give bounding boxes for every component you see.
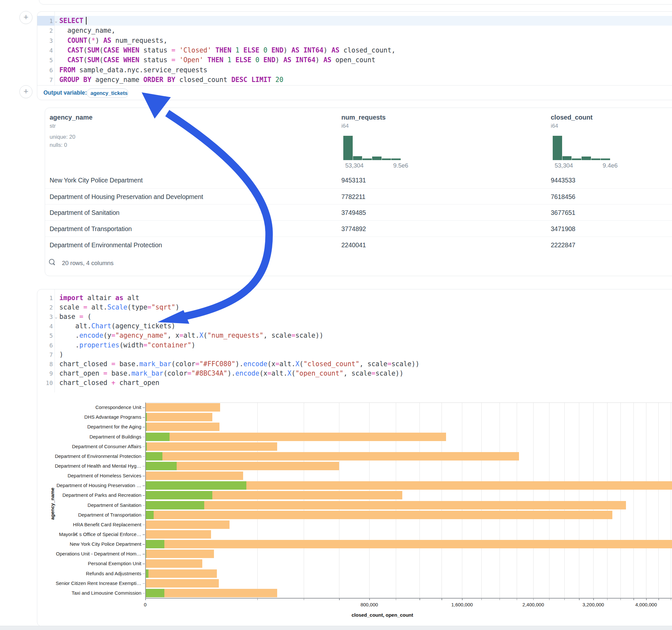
- output-variable-pill[interactable]: agency_tickets: [87, 89, 128, 98]
- code-token: [247, 76, 251, 83]
- table-row[interactable]: Department of Housing Preservation and D…: [45, 188, 672, 205]
- bar-open_count[interactable]: [146, 511, 154, 519]
- code-token: AS: [323, 56, 332, 64]
- table-row[interactable]: Department of Environmental Protection22…: [45, 237, 672, 253]
- code-line[interactable]: 4 CAST(SUM(CASE WHEN status = 'Closed' T…: [37, 45, 672, 55]
- fold-spacer: [55, 303, 59, 312]
- code-line[interactable]: 5 CAST(SUM(CASE WHEN status = 'Open' THE…: [37, 55, 672, 65]
- code-line[interactable]: 10 chart_closed + chart_open: [37, 378, 672, 388]
- add-block-button-middle[interactable]: +: [20, 85, 32, 98]
- code-token: SUM: [87, 56, 99, 64]
- y-axis-label: HRA Benefit Card Replacement: [73, 522, 141, 527]
- bar-closed_count[interactable]: [146, 579, 219, 587]
- bar-closed_count[interactable]: [146, 442, 278, 451]
- bar-open_count[interactable]: [146, 422, 147, 431]
- python-cell[interactable]: 1 import altair as alt2 scale = alt.Scal…: [37, 289, 672, 626]
- code-line[interactable]: 2 scale = alt.Scale(type="sqrt"): [37, 303, 672, 312]
- code-token: ELSE: [243, 46, 259, 54]
- code-line[interactable]: 5 .encode(y="agency_name", x=alt.X("num_…: [37, 331, 672, 340]
- code-token: ): [175, 303, 179, 311]
- bar-open_count[interactable]: [146, 413, 147, 421]
- code-token: CAST: [67, 56, 83, 64]
- table-cell: 3774892: [341, 225, 366, 232]
- bar-open_count[interactable]: [146, 540, 164, 548]
- code-token: (agency_tickets): [111, 322, 175, 330]
- code-line[interactable]: 6 FROM sample_data.nyc.service_requests: [37, 65, 672, 75]
- line-number: 7: [37, 75, 55, 85]
- table-row[interactable]: Department of Sanitation37494853677651: [45, 204, 672, 221]
- column-header[interactable]: closed_count: [551, 114, 593, 121]
- bar-closed_count[interactable]: [146, 559, 202, 568]
- code-token: "#8BC34A": [191, 369, 227, 377]
- code-token: (: [83, 46, 87, 54]
- code-token: "container": [147, 341, 192, 349]
- bar-closed_count[interactable]: [146, 413, 213, 421]
- bar-open_count[interactable]: [146, 481, 246, 490]
- y-axis-label: New York City Police Department: [70, 541, 141, 547]
- bar-closed_count[interactable]: [146, 511, 613, 519]
- bar-open_count[interactable]: [146, 550, 146, 558]
- code-token: END: [264, 56, 275, 64]
- column-type: i64: [341, 123, 349, 129]
- column-header[interactable]: agency_name: [50, 114, 92, 121]
- y-axis-label: Department of Environmental Protection: [55, 453, 141, 459]
- code-token: ): [275, 56, 284, 64]
- bar-closed_count[interactable]: [146, 530, 211, 539]
- bar-open_count[interactable]: [146, 462, 177, 470]
- code-token: *: [91, 37, 95, 44]
- bar-closed_count[interactable]: [146, 433, 446, 441]
- bar-open_count[interactable]: [146, 491, 213, 500]
- code-line[interactable]: 7 ): [37, 350, 672, 359]
- table-row[interactable]: Department of Transportation377489234719…: [45, 220, 672, 237]
- sql-cell[interactable]: 1⌄SELECT2 agency_name,3 COUNT(*) AS num_…: [37, 11, 672, 100]
- table-cell: New York City Police Department: [50, 176, 143, 184]
- column-type: i64: [551, 123, 558, 129]
- bar-closed_count[interactable]: [146, 501, 626, 509]
- code-token: [259, 46, 263, 54]
- sql-result-table[interactable]: 20 rows, 4 columns agency_namestrunique:…: [45, 107, 672, 276]
- code-line[interactable]: 1 import altair as alt: [37, 293, 672, 303]
- bar-open_count[interactable]: [146, 442, 147, 451]
- bar-open_count[interactable]: [146, 589, 164, 597]
- bar-closed_count[interactable]: [146, 589, 277, 597]
- code-line[interactable]: 6 .properties(width="container"): [37, 341, 672, 350]
- x-axis-label: 1,600,000: [451, 602, 473, 607]
- bar-closed_count[interactable]: [146, 540, 672, 548]
- bar-closed_count[interactable]: [146, 422, 220, 431]
- bar-open_count[interactable]: [146, 570, 148, 578]
- bar-closed_count[interactable]: [146, 403, 220, 412]
- search-icon[interactable]: [49, 259, 54, 264]
- fold-spacer: [55, 75, 59, 85]
- previous-cell-fragment: [39, 0, 672, 4]
- code-token: scale)): [295, 332, 323, 339]
- code-line[interactable]: 7 GROUP BY agency_name ORDER BY closed_c…: [37, 75, 672, 84]
- code-token: Scale: [107, 303, 127, 311]
- add-block-button-top[interactable]: +: [20, 11, 32, 24]
- table-row[interactable]: New York City Police Department945313194…: [45, 172, 672, 188]
- column-header[interactable]: num_requests: [341, 114, 386, 121]
- bar-closed_count[interactable]: [146, 550, 214, 558]
- bar-closed_count[interactable]: [146, 471, 243, 480]
- bar-open_count[interactable]: [146, 452, 163, 461]
- code-line[interactable]: 1⌄SELECT: [37, 16, 672, 26]
- bar-open_count[interactable]: [146, 501, 204, 509]
- code-line[interactable]: 8 chart_closed = base.mark_bar(color="#F…: [37, 359, 672, 369]
- code-token: [119, 56, 123, 64]
- y-axis-tick: [143, 437, 145, 437]
- bar-closed_count[interactable]: [146, 520, 230, 529]
- axis-line: [145, 598, 672, 599]
- code-token: [259, 56, 263, 64]
- code-line[interactable]: 2 agency_name,: [37, 26, 672, 35]
- bar-open_count[interactable]: [146, 433, 170, 441]
- code-line[interactable]: 3⌄base = (: [37, 312, 672, 321]
- code-token: ): [59, 350, 63, 358]
- fold-chevron-icon[interactable]: ⌄: [55, 312, 59, 321]
- code-token: alt.: [87, 303, 107, 311]
- fold-chevron-icon[interactable]: ⌄: [55, 16, 59, 26]
- bar-closed_count[interactable]: [146, 452, 519, 461]
- code-token: scale)): [391, 360, 419, 368]
- code-line[interactable]: 3 COUNT(*) AS num_requests,: [37, 35, 672, 45]
- code-line[interactable]: 9 chart_open = base.mark_bar(color="#8BC…: [37, 369, 672, 378]
- code-line[interactable]: 4 alt.Chart(agency_tickets): [37, 321, 672, 331]
- bar-closed_count[interactable]: [146, 570, 217, 578]
